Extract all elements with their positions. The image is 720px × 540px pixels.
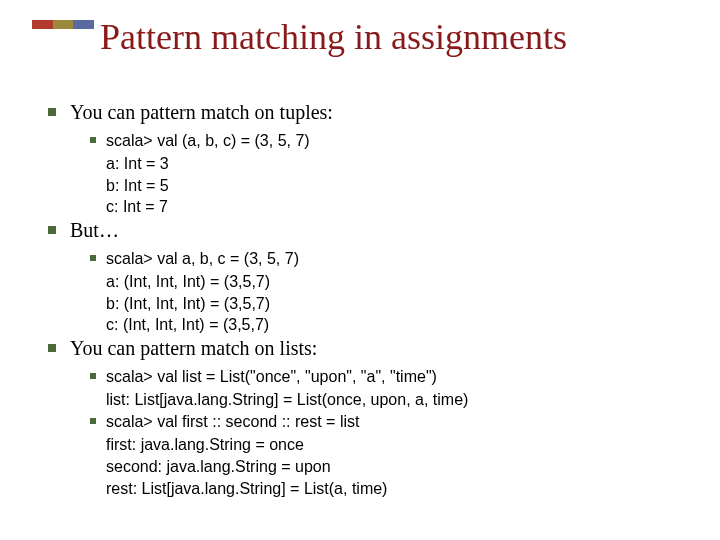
accent-blue [73, 20, 94, 29]
code-lists-b-l1: first: java.lang.String = once [40, 434, 680, 456]
code-lists-b-lead: scala> val first :: second :: rest = lis… [40, 411, 680, 433]
code-tuples-l3: c: Int = 7 [40, 196, 680, 218]
code-lists-a-l1: list: List[java.lang.String] = List(once… [40, 389, 680, 411]
bullet-lists: You can pattern match on lists: [40, 336, 680, 362]
bullet-tuples: You can pattern match on tuples: [40, 100, 680, 126]
code-but-l2: b: (Int, Int, Int) = (3,5,7) [40, 293, 680, 315]
code-tuples-lead: scala> val (a, b, c) = (3, 5, 7) [40, 130, 680, 152]
code-but-l1: a: (Int, Int, Int) = (3,5,7) [40, 271, 680, 293]
accent-red [32, 20, 53, 29]
slide-title: Pattern matching in assignments [100, 18, 567, 58]
code-tuples-l1: a: Int = 3 [40, 153, 680, 175]
code-lists-b-l2: second: java.lang.String = upon [40, 456, 680, 478]
code-lists-a-lead: scala> val list = List("once", "upon", "… [40, 366, 680, 388]
accent-bar [32, 20, 94, 29]
bullet-but: But… [40, 218, 680, 244]
accent-olive [53, 20, 74, 29]
code-tuples-l2: b: Int = 5 [40, 175, 680, 197]
code-but-l3: c: (Int, Int, Int) = (3,5,7) [40, 314, 680, 336]
code-but-lead: scala> val a, b, c = (3, 5, 7) [40, 248, 680, 270]
slide-body: You can pattern match on tuples: scala> … [40, 100, 680, 499]
code-lists-b-l3: rest: List[java.lang.String] = List(a, t… [40, 478, 680, 500]
